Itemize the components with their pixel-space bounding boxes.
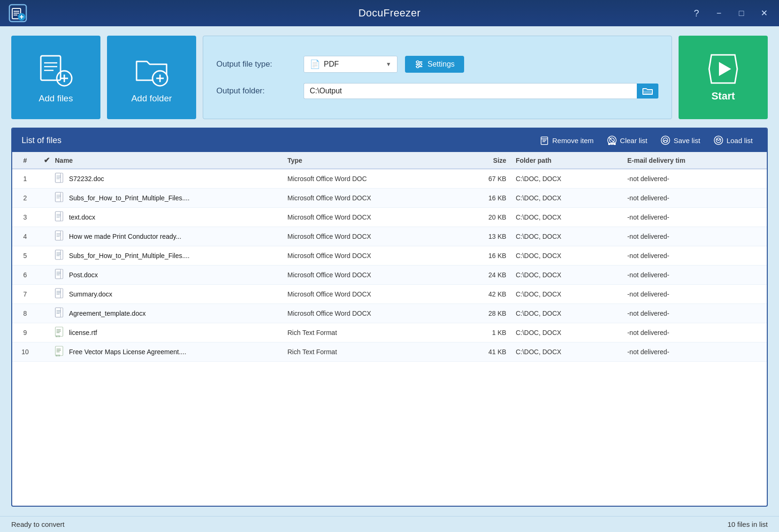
pdf-icon: 📄 [310, 59, 320, 69]
table-row[interactable]: 10 RTF Free Vector Maps License Agreemen… [12, 342, 767, 362]
col-header-type: Type [287, 157, 473, 164]
cell-email: -not delivered- [627, 348, 767, 356]
svg-rect-65 [55, 269, 61, 279]
file-name: Subs_for_How_to_Print_Multiple_Files.... [69, 252, 190, 259]
cell-type: Microsoft Office Word DOC [287, 175, 473, 182]
file-list-actions: Remove item Clear list [535, 133, 757, 147]
cell-folder: C:\DOC, DOCX [516, 175, 627, 182]
cell-email: -not delivered- [627, 194, 767, 202]
cell-folder: C:\DOC, DOCX [516, 213, 627, 221]
load-list-button[interactable]: Load list [709, 133, 757, 147]
file-rtf-icon: RTF [55, 327, 65, 339]
svg-line-31 [609, 137, 615, 143]
file-count: 10 files in list [727, 520, 768, 528]
cell-email: -not delivered- [627, 175, 767, 182]
svg-rect-70 [55, 289, 61, 298]
svg-rect-45 [55, 192, 61, 202]
cell-size: 16 KB [474, 252, 516, 259]
settings-icon [414, 60, 424, 69]
table-row[interactable]: 2 Subs_for_How_to_Print_Multiple_Files..… [12, 189, 767, 208]
cell-name: RTF license.rtf [55, 327, 287, 339]
cell-email: -not delivered- [627, 329, 767, 336]
output-type-row: Output file type: 📄 PDF ▼ Settin [216, 56, 658, 73]
cell-size: 42 KB [474, 290, 516, 298]
file-name: Post.docx [69, 271, 98, 279]
clear-list-button[interactable]: Clear list [602, 133, 652, 147]
file-name: text.docx [69, 213, 95, 221]
table-row[interactable]: 8 Agreement_template.docx Microsoft Offi… [12, 304, 767, 323]
output-type-value: PDF [324, 60, 339, 68]
cell-type: Microsoft Office Word DOCX [287, 213, 473, 221]
svg-text:RTF: RTF [56, 335, 61, 338]
cell-type: Microsoft Office Word DOCX [287, 310, 473, 317]
svg-rect-75 [55, 308, 61, 317]
file-name: Summary.docx [69, 290, 112, 298]
minimize-button[interactable]: − [709, 5, 729, 22]
save-list-icon [660, 135, 671, 145]
remove-item-button[interactable]: Remove item [535, 134, 598, 147]
cell-name: How we made Print Conductor ready... [55, 230, 287, 243]
cell-type: Microsoft Office Word DOCX [287, 252, 473, 259]
cell-email: -not delivered- [627, 213, 767, 221]
table-row[interactable]: 4 How we made Print Conductor ready... M… [12, 227, 767, 246]
add-folder-button[interactable]: Add folder [107, 36, 196, 119]
table-row[interactable]: 9 RTF license.rtf Rich Text Format 1 KB … [12, 323, 767, 342]
cell-num: 1 [12, 175, 38, 182]
table-body: 1 S72232.doc Microsoft Office Word DOC 6… [12, 169, 767, 506]
output-type-select[interactable]: 📄 PDF ▼ [304, 56, 397, 73]
cell-folder: C:\DOC, DOCX [516, 252, 627, 259]
cell-name: Subs_for_How_to_Print_Multiple_Files.... [55, 192, 287, 204]
table-row[interactable]: 5 Subs_for_How_to_Print_Multiple_Files..… [12, 246, 767, 266]
cell-name: RTF Free Vector Maps License Agreement..… [55, 346, 287, 358]
browse-folder-button[interactable] [637, 84, 658, 99]
col-header-email: E-mail delivery tim [627, 157, 767, 164]
folder-path-input[interactable] [304, 83, 637, 99]
save-list-label: Save list [673, 137, 700, 144]
remove-item-icon [540, 136, 550, 145]
window-controls: ? − □ ✕ [686, 5, 774, 22]
cell-folder: C:\DOC, DOCX [516, 233, 627, 240]
clear-list-label: Clear list [620, 137, 647, 144]
cell-size: 28 KB [474, 310, 516, 317]
maximize-button[interactable]: □ [731, 5, 752, 22]
help-button[interactable]: ? [686, 5, 707, 22]
file-doc-icon [55, 250, 65, 262]
cell-type: Rich Text Format [287, 329, 473, 336]
cell-type: Microsoft Office Word DOCX [287, 194, 473, 202]
settings-label: Settings [428, 60, 455, 68]
add-files-label: Add files [39, 93, 73, 104]
add-files-button[interactable]: Add files [11, 36, 100, 119]
svg-text:RTF: RTF [56, 354, 61, 357]
cell-size: 16 KB [474, 194, 516, 202]
cell-size: 67 KB [474, 175, 516, 182]
cell-type: Microsoft Office Word DOCX [287, 290, 473, 298]
cell-num: 6 [12, 271, 38, 279]
file-list-title: List of files [22, 136, 61, 145]
table-row[interactable]: 7 Summary.docx Microsoft Office Word DOC… [12, 285, 767, 304]
table-row[interactable]: 3 text.docx Microsoft Office Word DOCX 2… [12, 208, 767, 227]
save-list-button[interactable]: Save list [656, 133, 705, 147]
settings-button[interactable]: Settings [405, 56, 464, 73]
cell-name: Summary.docx [55, 288, 287, 300]
cell-type: Microsoft Office Word DOCX [287, 233, 473, 240]
cell-folder: C:\DOC, DOCX [516, 329, 627, 336]
cell-size: 24 KB [474, 271, 516, 279]
cell-name: S72232.doc [55, 173, 287, 185]
cell-num: 9 [12, 329, 38, 336]
svg-point-23 [417, 66, 419, 68]
close-button[interactable]: ✕ [754, 5, 774, 22]
start-button[interactable]: Start [679, 36, 768, 119]
cell-num: 10 [12, 348, 38, 356]
cell-num: 4 [12, 233, 38, 240]
file-doc-icon [55, 192, 65, 204]
table-row[interactable]: 6 Post.docx Microsoft Office Word DOCX 2… [12, 266, 767, 285]
main-content: Add files Add folder Output file type: 📄… [0, 26, 779, 516]
table-row[interactable]: 1 S72232.doc Microsoft Office Word DOC 6… [12, 169, 767, 189]
col-header-check: ✔ [38, 156, 55, 165]
cell-type: Microsoft Office Word DOCX [287, 271, 473, 279]
status-text: Ready to convert [11, 520, 64, 528]
app-title: DocuFreezer [359, 7, 421, 19]
cell-num: 2 [12, 194, 38, 202]
file-name: Free Vector Maps License Agreement.... [69, 348, 186, 356]
cell-name: Subs_for_How_to_Print_Multiple_Files.... [55, 250, 287, 262]
